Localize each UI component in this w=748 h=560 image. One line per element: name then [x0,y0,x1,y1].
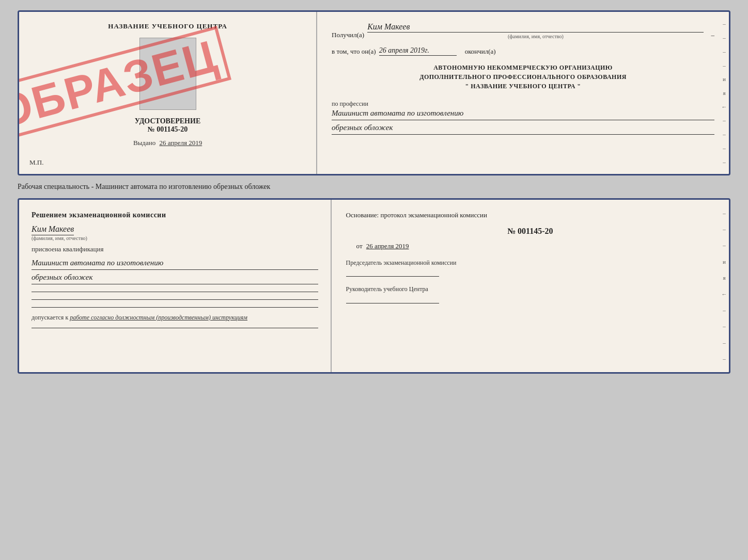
director-sign-line [346,303,439,303]
org-block: АВТОНОМНУЮ НЕКОММЕРЧЕСКУЮ ОРГАНИЗАЦИЮ ДО… [332,63,714,91]
right-side-dashes: – – – – и я ← – – – – [720,12,729,174]
exam-allows: допускается к работе согласно должностны… [32,314,318,322]
subtitle: Рабочая специальность - Машинист автомат… [18,181,730,193]
photo-placeholder [139,38,196,110]
cert-right-panel: Получил(а) Ким Макеев (фамилия, имя, отч… [317,12,729,174]
exam-right-panel: Основание: протокол экзаменационной коми… [332,200,729,372]
exam-person: Ким Макеев (фамилия, имя, отчество) [32,225,318,241]
exam-underline-4 [32,328,318,328]
exam-underline-2 [32,299,318,300]
exam-qualification: Машинист автомата по изготовлению обрезн… [32,258,318,284]
cert-issued-date: Выдано 26 апреля 2019 [133,139,202,147]
exam-protocol-number: № 001145-20 [346,227,714,236]
in-that-row: в том, что он(а) 26 апреля 2019г. окончи… [332,46,714,56]
cert-id-label: УДОСТОВЕРЕНИЕ № 001145-20 [135,117,200,134]
right-side-dashes-2: – – – и я ← – – – – [720,200,729,372]
received-row: Получил(а) Ким Макеев (фамилия, имя, отч… [332,22,714,39]
chairman-block: Председатель экзаменационной комиссии [346,259,714,277]
profession-block: по профессии Машинист автомата по изгото… [332,98,714,135]
chairman-sign-line [346,276,439,277]
director-block: Руководитель учебного Центра [346,285,714,303]
exam-basis-title: Основание: протокол экзаменационной коми… [346,210,714,220]
exam-protocol-date: от 26 апреля 2019 [346,242,714,250]
exam-underline-1 [32,292,318,292]
exam-underline-3 [32,307,318,308]
exam-decision-title: Решением экзаменационной комиссии [32,210,318,220]
exam-card: Решением экзаменационной комиссии Ким Ма… [18,198,730,374]
cert-left-panel: НАЗВАНИЕ УЧЕБНОГО ЦЕНТРА ОБРАЗЕЦ УДОСТОВ… [19,12,317,174]
cert-mp: М.П. [29,158,43,167]
exam-left-panel: Решением экзаменационной комиссии Ким Ма… [19,200,332,372]
cert-school-title: НАЗВАНИЕ УЧЕБНОГО ЦЕНТРА [108,22,227,30]
exam-qual-label: присвоена квалификация [32,245,318,253]
certificate-card: НАЗВАНИЕ УЧЕБНОГО ЦЕНТРА ОБРАЗЕЦ УДОСТОВ… [18,10,730,175]
